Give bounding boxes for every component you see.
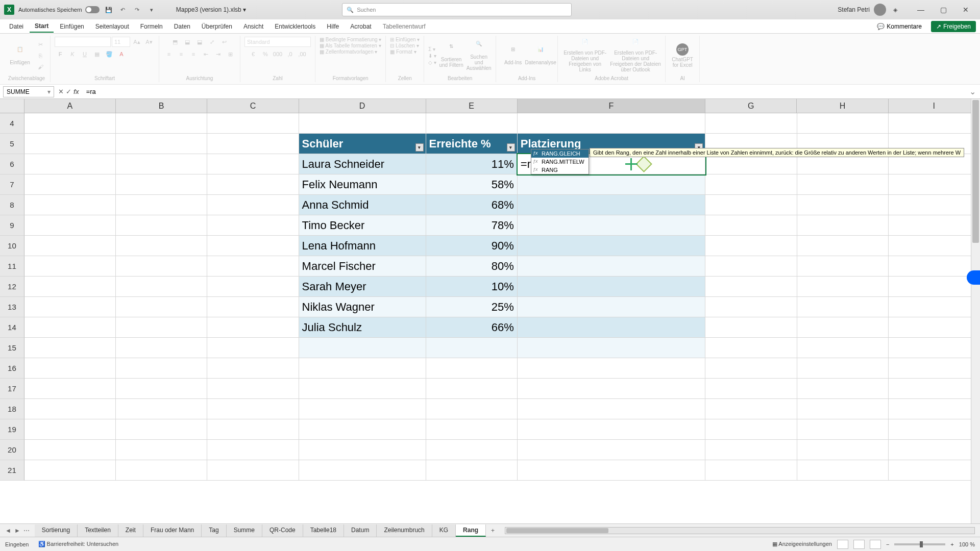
zoom-in-icon[interactable]: + xyxy=(950,541,953,547)
select-all-corner[interactable] xyxy=(0,99,24,113)
formula-expand-icon[interactable]: ⌄ xyxy=(965,87,980,96)
cell-I19[interactable] xyxy=(889,419,980,440)
autocomplete-item[interactable]: RANG.GLEICH xyxy=(531,149,589,158)
sheet-tab[interactable]: QR-Code xyxy=(262,524,303,537)
cell-B5[interactable] xyxy=(116,134,207,154)
col-header-E[interactable]: E xyxy=(426,99,518,113)
find-select-button[interactable]: 🔍Suchen und Auswählen xyxy=(466,39,492,72)
cell-A12[interactable] xyxy=(24,277,116,297)
cell-H18[interactable] xyxy=(797,399,889,419)
cell-B14[interactable] xyxy=(116,317,207,338)
cell-D15[interactable] xyxy=(299,338,426,358)
cell-D13[interactable]: Niklas Wagner xyxy=(299,297,426,317)
cell-H14[interactable] xyxy=(797,317,889,338)
cell-F17[interactable] xyxy=(518,379,705,399)
new-sheet-button[interactable]: + xyxy=(486,527,500,534)
cell-C16[interactable] xyxy=(207,358,299,379)
cell-E12[interactable]: 10% xyxy=(426,277,518,297)
cell-C18[interactable] xyxy=(207,399,299,419)
share-button[interactable]: ↗ Freigeben xyxy=(931,21,976,32)
sheet-tab[interactable]: Zeilenumbruch xyxy=(377,524,432,537)
cell-A16[interactable] xyxy=(24,358,116,379)
align-bottom-icon[interactable]: ⬓ xyxy=(194,37,205,47)
sheet-tab[interactable]: Datum xyxy=(344,524,377,537)
insert-cells-button[interactable]: ⊞ Einfügen ▾ xyxy=(390,37,420,42)
pdf-outlook-button[interactable]: 📄Erstellen von PDF-Dateien und Freigeben… xyxy=(610,39,661,72)
cell-C15[interactable] xyxy=(207,338,299,358)
cell-H7[interactable] xyxy=(797,174,889,195)
cell-E17[interactable] xyxy=(426,379,518,399)
cell-D18[interactable] xyxy=(299,399,426,419)
cell-D6[interactable]: Laura Schneider xyxy=(299,154,426,174)
col-header-G[interactable]: G xyxy=(705,99,797,113)
cell-H12[interactable] xyxy=(797,277,889,297)
border-icon[interactable]: ▦ xyxy=(91,49,103,59)
cell-H4[interactable] xyxy=(797,113,889,134)
filename[interactable]: Mappe3 (version 1).xlsb ▾ xyxy=(176,6,246,13)
cell-C9[interactable] xyxy=(207,215,299,236)
cell-G10[interactable] xyxy=(705,236,797,256)
filter-button[interactable]: ▾ xyxy=(507,143,515,152)
cell-D10[interactable]: Lena Hofmann xyxy=(299,236,426,256)
align-middle-icon[interactable]: ⬓ xyxy=(182,37,193,47)
cell-E20[interactable] xyxy=(426,440,518,460)
view-normal-icon[interactable] xyxy=(837,540,848,549)
cell-I7[interactable] xyxy=(889,174,980,195)
cell-A7[interactable] xyxy=(24,174,116,195)
vertical-scrollbar[interactable] xyxy=(971,99,980,523)
autosave-toggle[interactable]: Automatisches Speichern xyxy=(18,6,100,13)
col-header-H[interactable]: H xyxy=(797,99,888,113)
row-header[interactable]: 12 xyxy=(0,277,24,297)
cell-A4[interactable] xyxy=(24,113,116,134)
wrap-text-icon[interactable]: ↩ xyxy=(218,37,230,47)
cell-F20[interactable] xyxy=(518,440,705,460)
search-input[interactable]: 🔍 Suchen xyxy=(342,3,572,16)
tab-datei[interactable]: Datei xyxy=(4,21,29,32)
cell-C12[interactable] xyxy=(207,277,299,297)
cell-H16[interactable] xyxy=(797,358,889,379)
row-header[interactable]: 13 xyxy=(0,297,24,317)
cell-A18[interactable] xyxy=(24,399,116,419)
cell-F4[interactable] xyxy=(518,113,705,134)
cell-C8[interactable] xyxy=(207,195,299,215)
cell-D9[interactable]: Timo Becker xyxy=(299,215,426,236)
cell-A11[interactable] xyxy=(24,256,116,277)
tab-seitenlayout[interactable]: Seitenlayout xyxy=(90,21,134,32)
cell-C7[interactable] xyxy=(207,174,299,195)
row-header[interactable]: 19 xyxy=(0,419,24,440)
autocomplete-item[interactable]: RANG xyxy=(531,166,589,174)
indent-dec-icon[interactable]: ⇤ xyxy=(200,49,211,59)
format-as-table-button[interactable]: ▦ Als Tabelle formatieren ▾ xyxy=(320,43,381,48)
cell-D12[interactable]: Sarah Meyer xyxy=(299,277,426,297)
cell-I6[interactable] xyxy=(889,154,980,174)
fill-icon[interactable]: ⬇ ▾ xyxy=(428,53,436,59)
format-painter-icon[interactable]: 🖌 xyxy=(35,62,46,72)
zoom-out-icon[interactable]: − xyxy=(886,541,889,547)
format-cells-button[interactable]: ▦ Format ▾ xyxy=(390,49,416,55)
row-header[interactable]: 4 xyxy=(0,113,24,134)
cell-C19[interactable] xyxy=(207,419,299,440)
cell-styles-button[interactable]: ▦ Zellenformatvorlagen ▾ xyxy=(320,49,378,55)
italic-icon[interactable]: K xyxy=(67,49,78,59)
cell-I18[interactable] xyxy=(889,399,980,419)
status-accessibility[interactable]: ♿ Barrierefreiheit: Untersuchen xyxy=(38,541,119,547)
cell-F19[interactable] xyxy=(518,419,705,440)
align-top-icon[interactable]: ⬒ xyxy=(169,37,181,47)
cell-I20[interactable] xyxy=(889,440,980,460)
cell-F15[interactable] xyxy=(518,338,705,358)
cell-F9[interactable] xyxy=(518,215,705,236)
tab-entwicklertools[interactable]: Entwicklertools xyxy=(270,21,321,32)
cell-B9[interactable] xyxy=(116,215,207,236)
row-header[interactable]: 5 xyxy=(0,134,24,154)
autosum-icon[interactable]: Σ ▾ xyxy=(428,46,436,52)
cell-H17[interactable] xyxy=(797,379,889,399)
indent-inc-icon[interactable]: ⇥ xyxy=(212,49,224,59)
cell-B16[interactable] xyxy=(116,358,207,379)
cell-B15[interactable] xyxy=(116,338,207,358)
cell-E19[interactable] xyxy=(426,419,518,440)
view-layout-icon[interactable] xyxy=(853,540,865,549)
cell-G19[interactable] xyxy=(705,419,797,440)
cell-G11[interactable] xyxy=(705,256,797,277)
spreadsheet-grid[interactable]: A B C D E F G H I 45Schüler▾Erreichte %▾… xyxy=(0,99,980,516)
thousands-icon[interactable]: 000 xyxy=(272,49,283,59)
